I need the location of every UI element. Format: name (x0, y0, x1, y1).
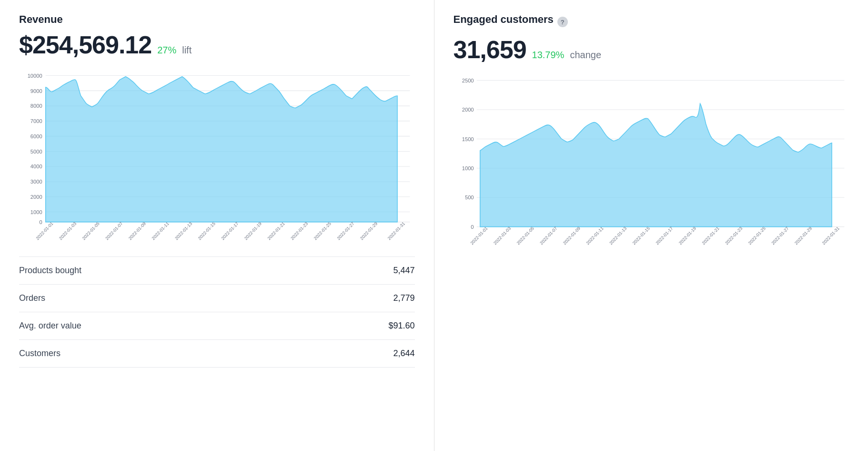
stat-value: 2,779 (298, 285, 415, 312)
svg-text:4000: 4000 (30, 164, 42, 169)
revenue-chart: 10000 9000 8000 7000 6000 5000 4000 3000… (19, 71, 415, 242)
svg-text:500: 500 (464, 195, 474, 200)
table-row: Customers 2,644 (19, 340, 415, 368)
svg-text:2022-01-07: 2022-01-07 (105, 221, 124, 241)
svg-text:2022-01-01: 2022-01-01 (35, 221, 54, 241)
svg-text:7000: 7000 (30, 118, 42, 124)
engaged-change-label: change (570, 50, 601, 61)
svg-text:2022-01-11: 2022-01-11 (585, 226, 604, 246)
svg-text:2022-01-15: 2022-01-15 (632, 226, 651, 246)
revenue-value: $254,569.12 (19, 31, 151, 59)
stat-value: 2,644 (298, 340, 415, 368)
svg-text:5000: 5000 (30, 148, 42, 154)
svg-text:2022-01-31: 2022-01-31 (387, 221, 406, 241)
revenue-title: Revenue (19, 13, 415, 26)
svg-text:2022-01-17: 2022-01-17 (655, 226, 674, 246)
svg-text:6000: 6000 (30, 133, 42, 139)
svg-text:8000: 8000 (30, 103, 42, 109)
svg-text:2022-01-03: 2022-01-03 (493, 226, 512, 246)
table-row: Products bought 5,447 (19, 257, 415, 285)
svg-text:9000: 9000 (30, 88, 42, 93)
svg-text:1500: 1500 (462, 136, 474, 142)
stat-value: $91.60 (298, 312, 415, 340)
svg-text:2022-01-19: 2022-01-19 (678, 226, 697, 246)
svg-text:2022-01-05: 2022-01-05 (81, 221, 101, 241)
svg-text:2022-01-03: 2022-01-03 (58, 221, 77, 241)
svg-text:3000: 3000 (30, 179, 42, 184)
stat-label: Orders (19, 285, 298, 312)
svg-text:2022-01-13: 2022-01-13 (608, 226, 627, 246)
revenue-stats-table: Products bought 5,447 Orders 2,779 Avg. … (19, 256, 415, 368)
svg-text:2022-01-27: 2022-01-27 (336, 221, 355, 241)
svg-text:2022-01-21: 2022-01-21 (701, 226, 720, 246)
svg-text:2022-01-31: 2022-01-31 (821, 226, 840, 246)
revenue-change-label: lift (182, 45, 192, 56)
svg-text:2022-01-29: 2022-01-29 (794, 226, 813, 246)
svg-text:2022-01-27: 2022-01-27 (770, 226, 789, 246)
dashboard: Revenue $254,569.12 27% lift (0, 0, 868, 451)
svg-text:2022-01-29: 2022-01-29 (359, 221, 378, 241)
table-row: Avg. order value $91.60 (19, 312, 415, 340)
stat-value: 5,447 (298, 257, 415, 285)
engaged-title-row: Engaged customers ? (454, 13, 849, 31)
svg-text:1000: 1000 (30, 209, 42, 215)
svg-text:10000: 10000 (28, 73, 42, 79)
engaged-customers-panel: Engaged customers ? 31,659 13.79% change… (434, 0, 868, 451)
revenue-change-pct: 27% (157, 45, 176, 56)
svg-text:0: 0 (39, 219, 42, 225)
svg-text:2022-01-09: 2022-01-09 (562, 226, 581, 246)
stat-label: Avg. order value (19, 312, 298, 340)
svg-text:0: 0 (471, 224, 474, 230)
svg-text:2022-01-25: 2022-01-25 (313, 221, 332, 241)
svg-text:2022-01-11: 2022-01-11 (151, 221, 170, 241)
engaged-customers-value: 31,659 (454, 35, 526, 64)
svg-text:2022-01-09: 2022-01-09 (128, 221, 147, 241)
help-icon[interactable]: ? (557, 17, 568, 27)
revenue-panel: Revenue $254,569.12 27% lift (0, 0, 434, 451)
engaged-change-pct: 13.79% (532, 50, 565, 61)
svg-text:2022-01-15: 2022-01-15 (197, 221, 216, 241)
revenue-metric-row: $254,569.12 27% lift (19, 31, 415, 59)
table-row: Orders 2,779 (19, 285, 415, 312)
svg-text:1000: 1000 (462, 165, 474, 171)
svg-text:2500: 2500 (462, 78, 474, 83)
svg-text:2022-01-07: 2022-01-07 (539, 226, 558, 246)
engaged-metric-row: 31,659 13.79% change (454, 35, 849, 64)
stat-label: Products bought (19, 257, 298, 285)
engaged-chart-container: 2500 2000 1500 1000 500 0 2022-01-01 202… (454, 75, 849, 247)
svg-text:2000: 2000 (462, 107, 474, 113)
svg-text:2022-01-17: 2022-01-17 (221, 221, 240, 241)
svg-text:2000: 2000 (30, 194, 42, 200)
svg-text:2022-01-21: 2022-01-21 (267, 221, 286, 241)
stat-label: Customers (19, 340, 298, 368)
svg-text:2022-01-23: 2022-01-23 (290, 221, 309, 241)
svg-text:2022-01-23: 2022-01-23 (724, 226, 743, 246)
svg-text:2022-01-13: 2022-01-13 (174, 221, 193, 241)
engaged-chart: 2500 2000 1500 1000 500 0 2022-01-01 202… (454, 75, 849, 247)
revenue-chart-container: 10000 9000 8000 7000 6000 5000 4000 3000… (19, 71, 415, 242)
engaged-customers-title: Engaged customers (454, 13, 554, 26)
svg-text:2022-01-05: 2022-01-05 (515, 226, 535, 246)
svg-text:2022-01-19: 2022-01-19 (243, 221, 262, 241)
svg-text:2022-01-25: 2022-01-25 (747, 226, 767, 246)
